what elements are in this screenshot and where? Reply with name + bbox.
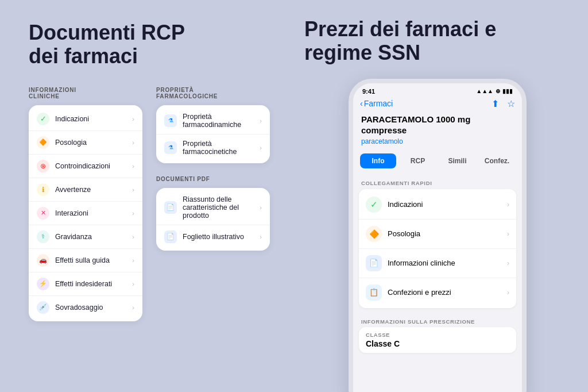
left-title: Documenti RCPdei farmaci — [29, 21, 270, 68]
drug-name: PARACETAMOLO 1000 mg compresse — [361, 114, 514, 136]
foglietto-label: Foglietto illustrativo — [183, 233, 260, 241]
avvertenze-label: Avvertenze — [55, 186, 132, 194]
phone-wrapper: 9:41 ▲▲▲ ⊕ ▮▮▮ ‹ Farmaci ⬆ ☆ — [304, 79, 571, 392]
farmacocinetiche-label: Proprietà farmacocinetiche — [183, 140, 260, 156]
phone-chevron-cliniche: › — [507, 259, 509, 267]
phone-cliniche-label: Informazioni cliniche — [388, 259, 507, 267]
drug-header: PARACETAMOLO 1000 mg compresse paracetam… — [353, 113, 522, 150]
col-farmacologiche: PROPRIETÀFARMACOLOGICHE ⚗ Proprietà farm… — [156, 87, 270, 332]
indesiderati-label: Effetti indesiderati — [55, 280, 132, 288]
nav-actions: ⬆ ☆ — [492, 98, 515, 109]
right-title: Prezzi dei farmaci eregime SSN — [304, 17, 571, 65]
phone-cliniche-icon: 📄 — [366, 255, 382, 271]
phone-posologia-label: Posologia — [388, 229, 507, 238]
phone-posologia-icon: 🔶 — [366, 226, 382, 242]
card-pdf: 📄 Riassunto delle caratteristiche del pr… — [156, 188, 270, 251]
columns-wrapper: INFORMAZIONICLINICHE ✓ Indicazioni › 🔶 P… — [29, 87, 270, 332]
tab-info[interactable]: Info — [360, 153, 396, 168]
phone-confezioni-icon: 📋 — [366, 285, 382, 301]
indesiderati-icon: ⚡ — [37, 278, 49, 290]
status-time: 9:41 — [362, 88, 375, 95]
list-item-guida[interactable]: 🚗 Effetti sulla guida › — [29, 249, 142, 272]
nav-bar: ‹ Farmaci ⬆ ☆ — [353, 97, 522, 113]
list-item-indicazioni[interactable]: ✓ Indicazioni › — [29, 107, 142, 131]
tabs-bar: Info RCP Simili Confez. — [353, 150, 522, 173]
phone-item-indicazioni[interactable]: ✓ Indicazioni › — [359, 190, 516, 220]
list-item-avvertenze[interactable]: ℹ Avvertenze › — [29, 178, 142, 202]
gravidanza-label: Gravidanza — [55, 233, 132, 241]
list-item-foglietto[interactable]: 📄 Foglietto illustrativo › — [156, 225, 270, 248]
sovradosaggio-icon: 💉 — [37, 301, 49, 314]
chevron-sovradosaggio: › — [132, 304, 134, 311]
list-item-farmacodinamiche[interactable]: ⚗ Proprietà farmacodinamiche › — [156, 107, 270, 134]
prescription-section: INFORMAZIONI SULLA PRESCRIZIONE CLASSE C… — [353, 314, 522, 353]
controindicazioni-icon: ⊗ — [37, 160, 49, 172]
wifi-icon: ⊕ — [496, 88, 500, 94]
riassunto-icon: 📄 — [164, 201, 177, 214]
phone-indicazioni-label: Indicazioni — [388, 200, 507, 209]
tab-confez[interactable]: Confez. — [479, 153, 515, 168]
prescription-card: CLASSE Classe C — [359, 327, 516, 353]
list-item-riassunto[interactable]: 📄 Riassunto delle caratteristiche del pr… — [156, 190, 270, 225]
tab-simili[interactable]: Simili — [439, 153, 475, 168]
chevron-gravidanza: › — [132, 233, 134, 240]
phone-content: COLLEGAMENTI RAPIDI ✓ Indicazioni › 🔶 Po… — [353, 173, 522, 392]
gravidanza-icon: ⚕ — [37, 230, 49, 243]
indicazioni-label: Indicazioni — [55, 115, 132, 123]
section-label-cliniche: INFORMAZIONICLINICHE — [29, 87, 142, 99]
chevron-avvertenze: › — [132, 186, 134, 193]
section-label-pdf: DOCUMENTI PDF — [156, 176, 270, 182]
section-label-farmacologiche: PROPRIETÀFARMACOLOGICHE — [156, 87, 270, 99]
farmacodinamiche-label: Proprietà farmacodinamiche — [183, 113, 260, 129]
chevron-farmacocinetiche: › — [260, 144, 262, 151]
phone-chevron-confezioni: › — [507, 289, 509, 297]
interazioni-icon: ✕ — [37, 207, 49, 220]
list-item-farmacocinetiche[interactable]: ⚗ Proprietà farmacocinetiche › — [156, 134, 270, 161]
guida-label: Effetti sulla guida — [55, 256, 132, 264]
phone-chevron-posologia: › — [507, 230, 509, 238]
chevron-indicazioni: › — [132, 116, 134, 122]
list-item-posologia[interactable]: 🔶 Posologia › — [29, 131, 142, 155]
controindicazioni-label: Controindicazioni — [55, 162, 132, 170]
quick-links-card: ✓ Indicazioni › 🔶 Posologia › 📄 Informaz… — [359, 189, 516, 308]
chevron-interazioni: › — [132, 210, 134, 217]
prescription-header: INFORMAZIONI SULLA PRESCRIZIONE — [359, 314, 516, 327]
signal-icon: ▲▲▲ — [476, 88, 493, 94]
indicazioni-icon: ✓ — [37, 113, 49, 125]
phone-item-posologia[interactable]: 🔶 Posologia › — [359, 220, 516, 249]
right-panel: Prezzi dei farmaci eregime SSN 9:41 ▲▲▲ … — [293, 0, 588, 392]
phone-item-cliniche[interactable]: 📄 Informazioni cliniche › — [359, 249, 516, 278]
list-item-controindicazioni[interactable]: ⊗ Controindicazioni › — [29, 155, 142, 178]
chevron-guida: › — [132, 257, 134, 264]
card-cliniche: ✓ Indicazioni › 🔶 Posologia › ⊗ Controin… — [29, 105, 142, 321]
list-item-indesiderati[interactable]: ⚡ Effetti indesiderati › — [29, 272, 142, 296]
back-chevron-icon: ‹ — [360, 99, 363, 108]
share-icon[interactable]: ⬆ — [492, 98, 499, 109]
list-item-gravidanza[interactable]: ⚕ Gravidanza › — [29, 225, 142, 249]
farmacodinamiche-icon: ⚗ — [164, 114, 177, 127]
avvertenze-icon: ℹ — [37, 183, 49, 196]
status-icons: ▲▲▲ ⊕ ▮▮▮ — [476, 88, 513, 94]
tab-rcp[interactable]: RCP — [400, 153, 436, 168]
favorite-icon[interactable]: ☆ — [507, 98, 515, 109]
list-item-sovradosaggio[interactable]: 💉 Sovradosaggio › — [29, 296, 142, 319]
interazioni-label: Interazioni — [55, 209, 132, 217]
guida-icon: 🚗 — [37, 254, 49, 267]
phone-indicazioni-icon: ✓ — [366, 197, 382, 213]
riassunto-label: Riassunto delle caratteristiche del prod… — [183, 195, 260, 220]
left-panel: Documenti RCPdei farmaci INFORMAZIONICLI… — [0, 0, 293, 392]
chevron-posologia: › — [132, 139, 134, 146]
status-bar: 9:41 ▲▲▲ ⊕ ▮▮▮ — [353, 83, 522, 97]
foglietto-icon: 📄 — [164, 230, 177, 243]
drug-generic: paracetamolo — [361, 137, 514, 145]
sovradosaggio-label: Sovradosaggio — [55, 303, 132, 312]
posologia-icon: 🔶 — [37, 136, 49, 149]
phone-confezioni-label: Confezioni e prezzi — [388, 288, 507, 297]
quick-links-header: COLLEGAMENTI RAPIDI — [353, 173, 522, 189]
chevron-indesiderati: › — [132, 280, 134, 287]
battery-icon: ▮▮▮ — [502, 88, 513, 94]
phone-item-confezioni[interactable]: 📋 Confezioni e prezzi › — [359, 278, 516, 307]
posologia-label: Posologia — [55, 139, 132, 147]
nav-back-button[interactable]: ‹ Farmaci — [360, 99, 393, 108]
list-item-interazioni[interactable]: ✕ Interazioni › — [29, 202, 142, 225]
